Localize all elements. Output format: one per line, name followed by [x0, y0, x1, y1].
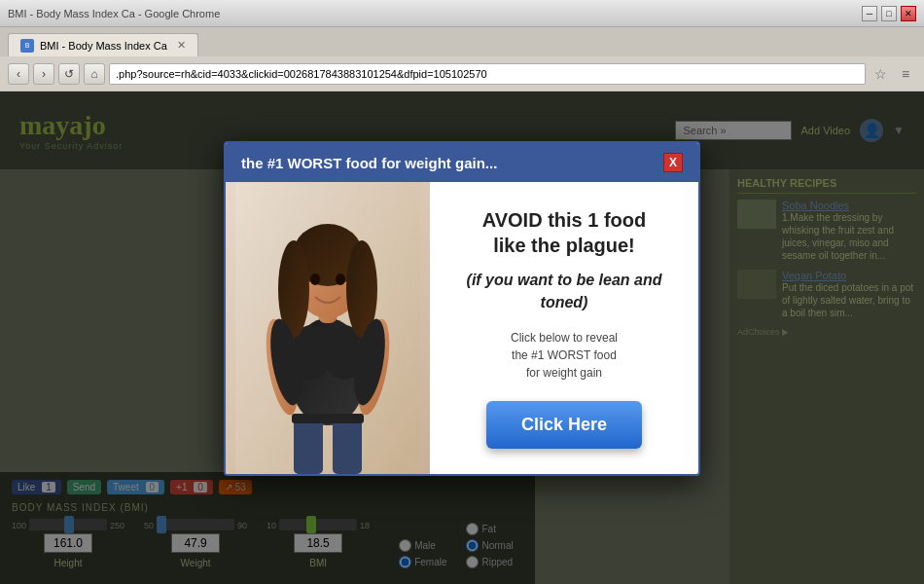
svg-point-10 [336, 274, 345, 285]
reload-button[interactable]: ↺ [58, 63, 80, 85]
popup-dialog: the #1 WORST food for weight gain... X [224, 141, 700, 476]
address-bar[interactable] [109, 63, 866, 85]
svg-rect-16 [333, 416, 362, 474]
popup-overlay: the #1 WORST food for weight gain... X [0, 91, 924, 584]
nav-bar: ‹ › ↺ ⌂ ☆ ≡ [0, 56, 924, 91]
bookmark-button[interactable]: ☆ [870, 63, 891, 85]
title-text: BMI - Body Mass Index Ca - Google Chrome [8, 8, 220, 19]
browser-chrome: BMI - Body Mass Index Ca - Google Chrome… [0, 0, 924, 91]
tab-favicon: B [20, 39, 34, 53]
popup-cta-button[interactable]: Click Here [486, 401, 642, 449]
svg-point-9 [310, 274, 320, 285]
home-button[interactable]: ⌂ [84, 63, 105, 85]
close-button[interactable]: ✕ [901, 6, 916, 21]
svg-rect-15 [294, 416, 323, 474]
back-button[interactable]: ‹ [8, 63, 29, 85]
popup-header-text: the #1 WORST food for weight gain... [241, 155, 497, 171]
tab-bar: B BMI - Body Mass Index Ca ✕ [0, 27, 924, 56]
menu-button[interactable]: ≡ [895, 63, 916, 85]
window-controls: ─ □ ✕ [862, 6, 916, 21]
popup-desc-line3: for weight gain [526, 366, 602, 380]
browser-tab[interactable]: B BMI - Body Mass Index Ca ✕ [8, 33, 198, 56]
tab-close-button[interactable]: ✕ [177, 39, 186, 52]
maximize-button[interactable]: □ [881, 6, 897, 21]
popup-header: the #1 WORST food for weight gain... X [226, 143, 698, 182]
svg-rect-17 [292, 414, 364, 423]
popup-body: AVOID this 1 food like the plague! (if y… [226, 182, 698, 474]
tab-title: BMI - Body Mass Index Ca [40, 40, 167, 52]
woman-illustration [235, 182, 420, 474]
minimize-button[interactable]: ─ [862, 6, 877, 21]
popup-image-area [226, 182, 430, 474]
popup-desc-line2: the #1 WORST food [512, 348, 617, 362]
popup-headline-line2: like the plague! [493, 235, 635, 256]
popup-headline: AVOID this 1 food like the plague! [482, 207, 647, 258]
popup-desc-line1: Click below to reveal [511, 331, 618, 345]
popup-desc: Click below to reveal the #1 WORST food … [511, 329, 618, 382]
page-content: mayajo Your Security Advisor Add Video 👤… [0, 91, 924, 584]
forward-button[interactable]: › [33, 63, 54, 85]
popup-content-area: AVOID this 1 food like the plague! (if y… [430, 182, 698, 474]
popup-close-button[interactable]: X [663, 153, 683, 172]
popup-subhead: (if you want to be lean and toned) [449, 270, 679, 313]
popup-headline-line1: AVOID this 1 food [482, 209, 647, 231]
title-bar: BMI - Body Mass Index Ca - Google Chrome… [0, 0, 924, 27]
